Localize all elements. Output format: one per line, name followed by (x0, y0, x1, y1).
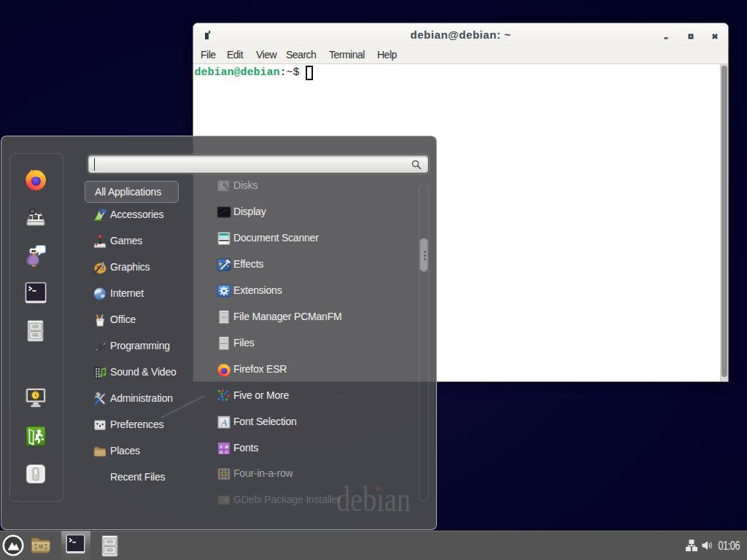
svg-text:A: A (220, 417, 228, 428)
svg-text:a: a (225, 448, 228, 455)
svg-text:a: a (220, 448, 223, 455)
